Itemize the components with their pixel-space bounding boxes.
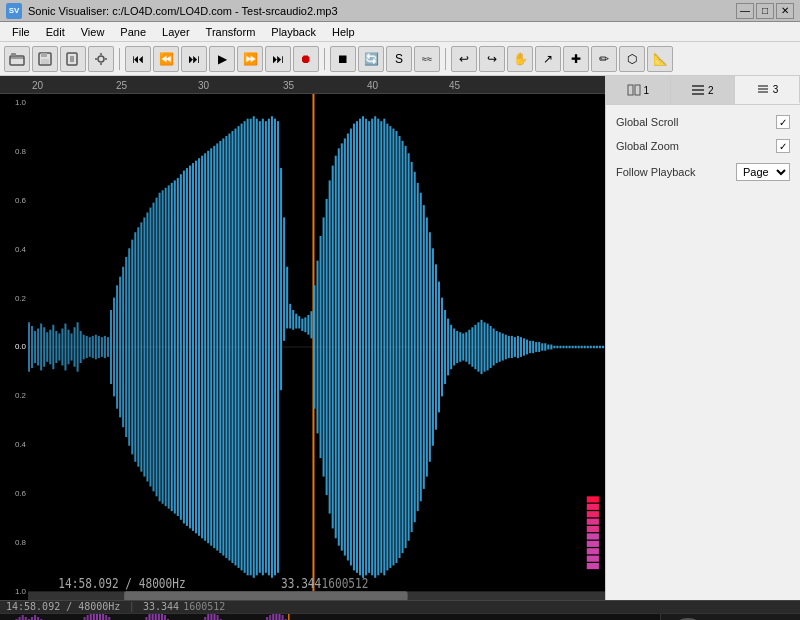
save-button[interactable] <box>32 46 58 72</box>
global-zoom-checkbox[interactable]: ✓ <box>776 139 790 153</box>
menu-layer[interactable]: Layer <box>154 24 198 40</box>
follow-playback-select[interactable]: None Page Scroll <box>736 163 790 181</box>
measure-tool-button[interactable]: 📐 <box>647 46 673 72</box>
fast-forward-button[interactable]: ⏩ <box>237 46 263 72</box>
svg-rect-194 <box>566 346 568 348</box>
overview-panel[interactable]: LO4D.com <box>0 613 800 620</box>
bottom-area: 14:58.092 / 48000Hz | 33.344 1600512 <box>0 600 800 620</box>
close-button[interactable]: ✕ <box>776 3 794 19</box>
loop-button[interactable]: 🔄 <box>358 46 384 72</box>
svg-rect-188 <box>547 345 549 350</box>
svg-rect-235 <box>22 615 24 620</box>
svg-rect-138 <box>395 131 397 563</box>
svg-rect-156 <box>450 325 452 369</box>
svg-rect-48 <box>122 267 124 427</box>
zoom-tool-button[interactable]: ✚ <box>563 46 589 72</box>
global-scroll-checkbox[interactable]: ✓ <box>776 115 790 129</box>
svg-rect-87 <box>241 124 243 571</box>
svg-rect-71 <box>192 163 194 531</box>
ruler-label-30: 30 <box>198 80 209 91</box>
menu-help[interactable]: Help <box>324 24 363 40</box>
svg-rect-295 <box>207 613 209 620</box>
end-button[interactable]: ⏭ <box>265 46 291 72</box>
svg-rect-159 <box>459 332 461 362</box>
separator-3 <box>445 48 446 70</box>
svg-rect-17 <box>28 322 30 371</box>
menu-edit[interactable]: Edit <box>38 24 73 40</box>
window-controls[interactable]: — □ ✕ <box>736 3 794 19</box>
svg-rect-133 <box>380 121 382 573</box>
svg-rect-66 <box>177 178 179 516</box>
svg-rect-61 <box>162 190 164 503</box>
svg-rect-210 <box>587 541 599 547</box>
select-tool-button[interactable]: ↗ <box>535 46 561 72</box>
global-zoom-label: Global Zoom <box>616 140 770 152</box>
svg-rect-64 <box>171 183 173 511</box>
rewind-button[interactable]: ⏪ <box>153 46 179 72</box>
svg-rect-35 <box>83 335 85 360</box>
preferences-button[interactable] <box>88 46 114 72</box>
panel-tab-2[interactable]: 2 <box>671 76 736 104</box>
menu-view[interactable]: View <box>73 24 113 40</box>
svg-rect-78 <box>213 146 215 548</box>
svg-rect-187 <box>544 343 546 350</box>
svg-rect-205 <box>599 346 601 348</box>
draw-tool-button[interactable]: ✏ <box>591 46 617 72</box>
open-button[interactable] <box>4 46 30 72</box>
svg-rect-63 <box>168 185 170 508</box>
svg-rect-20 <box>37 328 39 365</box>
record-button[interactable]: ⏺ <box>293 46 319 72</box>
svg-rect-170 <box>493 328 495 365</box>
menu-file[interactable]: File <box>4 24 38 40</box>
svg-rect-102 <box>286 267 288 329</box>
rewind-start-button[interactable]: ⏮ <box>125 46 151 72</box>
svg-rect-140 <box>402 141 404 553</box>
overview-waveform[interactable] <box>0 613 660 620</box>
svg-rect-319 <box>282 615 284 620</box>
svg-rect-192 <box>559 346 561 348</box>
svg-rect-209 <box>587 548 599 554</box>
maximize-button[interactable]: □ <box>756 3 774 19</box>
svg-rect-186 <box>541 343 543 350</box>
svg-rect-143 <box>411 162 413 532</box>
panel-tab-1[interactable]: 1 <box>606 76 671 104</box>
minimize-button[interactable]: — <box>736 3 754 19</box>
svg-rect-41 <box>101 337 103 357</box>
svg-rect-77 <box>210 148 212 545</box>
menu-transform[interactable]: Transform <box>198 24 264 40</box>
svg-rect-104 <box>292 310 294 330</box>
separator: | <box>130 601 133 612</box>
svg-rect-120 <box>341 143 343 550</box>
waveform-display[interactable]: 14:58.092 / 48000Hz 33.344 1600512 <box>28 94 605 600</box>
samples-info: 1600512 <box>183 601 225 612</box>
menu-playback[interactable]: Playback <box>263 24 324 40</box>
svg-rect-100 <box>280 168 282 390</box>
svg-rect-158 <box>456 331 458 363</box>
svg-rect-50 <box>128 248 130 445</box>
solo-button[interactable]: S <box>386 46 412 72</box>
mute-button[interactable]: ≈≈ <box>414 46 440 72</box>
svg-rect-203 <box>593 346 595 348</box>
global-scroll-label: Global Scroll <box>616 116 770 128</box>
svg-rect-84 <box>231 131 233 563</box>
svg-rect-198 <box>578 346 580 348</box>
step-back-button[interactable]: ⏭ <box>181 46 207 72</box>
redo-button[interactable]: ↪ <box>479 46 505 72</box>
pan-tool-button[interactable]: ✋ <box>507 46 533 72</box>
svg-rect-145 <box>417 183 419 511</box>
svg-rect-76 <box>207 151 209 543</box>
panel-tab-3[interactable]: 3 <box>735 76 800 104</box>
play-button[interactable]: ▶ <box>209 46 235 72</box>
export-button[interactable] <box>60 46 86 72</box>
svg-rect-51 <box>131 240 133 455</box>
svg-rect-47 <box>119 277 121 418</box>
waveform-area[interactable]: 20 25 30 35 40 45 1.0 0.8 0.6 0.4 0.2 0.… <box>0 76 605 600</box>
undo-button[interactable]: ↩ <box>451 46 477 72</box>
svg-rect-257 <box>90 613 92 620</box>
menu-pane[interactable]: Pane <box>112 24 154 40</box>
svg-rect-103 <box>289 304 291 329</box>
ruler-label-35: 35 <box>283 80 294 91</box>
erase-tool-button[interactable]: ⬡ <box>619 46 645 72</box>
stop-button[interactable]: ⏹ <box>330 46 356 72</box>
svg-rect-213 <box>587 519 599 525</box>
